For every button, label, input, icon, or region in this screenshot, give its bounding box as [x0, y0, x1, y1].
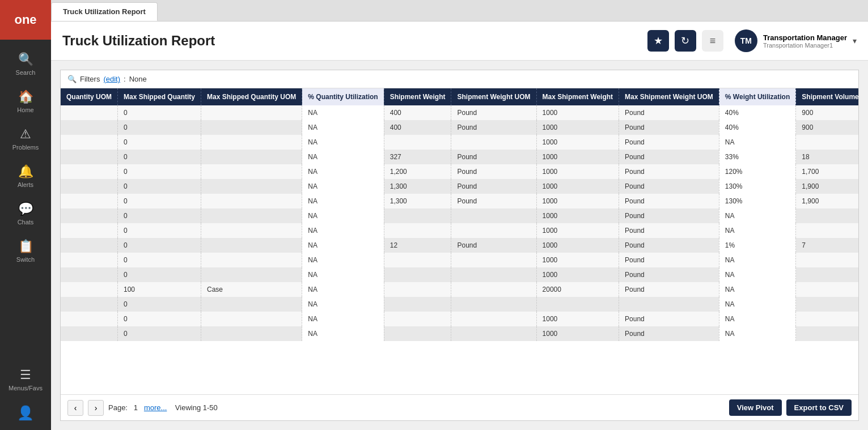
report-area: 🔍 Filters (edit) : None Quantity UOM Max… [51, 61, 868, 430]
user-section[interactable]: TM Transportation Manager Transportation… [735, 29, 857, 52]
avatar: TM [735, 29, 757, 52]
page-more-link[interactable]: more... [144, 403, 167, 412]
table-cell: 1000 [536, 223, 619, 238]
sidebar-item-user-profile[interactable]: 👤 [0, 398, 51, 430]
next-page-button[interactable]: › [88, 400, 104, 416]
user-initials: TM [740, 36, 752, 45]
table-cell: 100 [118, 282, 201, 297]
table-cell: 0 [118, 120, 201, 135]
sidebar-item-alerts[interactable]: 🔔 Alerts [0, 157, 51, 195]
app-logo[interactable]: one [0, 0, 51, 40]
table-cell: 0 [118, 326, 201, 341]
table-cell: 1000 [536, 253, 619, 267]
table-cell: Pound [451, 120, 536, 135]
table-cell: NA [302, 120, 384, 135]
table-cell: 1,900 [796, 179, 858, 194]
table-cell [201, 267, 302, 282]
table-row: 100CaseNA20000PoundNA [61, 282, 858, 297]
chevron-down-icon[interactable]: ▾ [853, 36, 857, 45]
table-cell: 1000 [536, 312, 619, 326]
table-cell: 1000 [536, 179, 619, 194]
table-cell [451, 297, 536, 312]
sidebar-item-search[interactable]: 🔍 Search [0, 45, 51, 83]
table-cell [61, 105, 118, 120]
table-cell [384, 253, 451, 267]
table-cell: NA [302, 135, 384, 150]
table-cell [61, 164, 118, 179]
logo-text: one [14, 12, 36, 27]
table-cell [796, 326, 858, 341]
sidebar-item-menus[interactable]: ☰ Menus/Favs [0, 361, 51, 398]
table-cell: Pound [619, 282, 719, 297]
menu-icon: ≡ [710, 35, 716, 47]
table-cell [201, 120, 302, 135]
table-cell: 40% [719, 120, 795, 135]
sidebar-item-problems[interactable]: ⚠ Problems [0, 120, 51, 157]
table-cell [201, 208, 302, 223]
table-cell: 130% [719, 194, 795, 208]
prev-page-button[interactable]: ‹ [67, 400, 83, 416]
table-cell [201, 105, 302, 120]
table-cell [451, 223, 536, 238]
table-cell: NA [719, 267, 795, 282]
main-content: Truck Utilization Report Truck Utilizati… [51, 0, 868, 430]
home-icon: 🏠 [18, 90, 33, 104]
table-cell: 0 [118, 267, 201, 282]
refresh-button[interactable]: ↻ [675, 30, 696, 52]
table-cell: 1,700 [796, 164, 858, 179]
search-icon: 🔍 [18, 52, 33, 67]
sidebar-item-chats-label: Chats [18, 219, 34, 225]
table-cell: 0 [118, 164, 201, 179]
table-cell [796, 135, 858, 150]
table-cell [61, 120, 118, 135]
table-cell [61, 253, 118, 267]
table-cell: 1000 [536, 208, 619, 223]
filter-icon: 🔍 [67, 75, 77, 83]
table-cell [619, 297, 719, 312]
table-wrapper[interactable]: Quantity UOM Max Shipped Quantity Max Sh… [61, 88, 858, 394]
table-cell: 0 [118, 253, 201, 267]
table-cell: 1000 [536, 194, 619, 208]
table-cell: Pound [451, 194, 536, 208]
table-cell [61, 223, 118, 238]
sidebar-item-switch[interactable]: 📋 Switch [0, 232, 51, 270]
sidebar-item-chats[interactable]: 💬 Chats [0, 195, 51, 232]
tab-truck-utilization[interactable]: Truck Utilization Report [51, 2, 158, 21]
table-cell: 1000 [536, 267, 619, 282]
table-cell [796, 223, 858, 238]
table-cell: NA [719, 326, 795, 341]
table-cell: Pound [619, 267, 719, 282]
table-cell: 900 [796, 120, 858, 135]
favorite-button[interactable]: ★ [647, 30, 669, 52]
sidebar-item-alerts-label: Alerts [18, 181, 33, 188]
menu-button[interactable]: ≡ [702, 30, 723, 52]
sidebar-item-home[interactable]: 🏠 Home [0, 83, 51, 120]
sidebar: one 🔍 Search 🏠 Home ⚠ Problems 🔔 Alerts … [0, 0, 51, 430]
table-cell: NA [302, 297, 384, 312]
table-cell: 7 [796, 238, 858, 253]
col-max-shipment-weight-uom: Max Shipment Weight UOM [619, 88, 719, 105]
filters-edit-link[interactable]: (edit) [103, 75, 120, 83]
refresh-icon: ↻ [681, 35, 689, 47]
table-cell: 1000 [536, 135, 619, 150]
table-row: 0NA1000PoundNA [61, 312, 858, 326]
table-cell: 0 [118, 150, 201, 164]
table-cell: Pound [619, 179, 719, 194]
table-cell [384, 312, 451, 326]
table-cell [61, 194, 118, 208]
table-cell: NA [719, 208, 795, 223]
table-cell [61, 150, 118, 164]
col-max-shipment-weight: Max Shipment Weight [536, 88, 619, 105]
table-cell: 0 [118, 179, 201, 194]
table-cell [384, 326, 451, 341]
view-pivot-button[interactable]: View Pivot [729, 399, 782, 416]
table-cell: 0 [118, 135, 201, 150]
table-cell: NA [302, 326, 384, 341]
table-cell: Pound [619, 223, 719, 238]
table-cell [796, 282, 858, 297]
col-shipment-weight: Shipment Weight [384, 88, 451, 105]
table-cell [201, 194, 302, 208]
export-csv-button[interactable]: Export to CSV [786, 399, 852, 416]
table-cell: Pound [619, 312, 719, 326]
table-cell: 400 [384, 105, 451, 120]
